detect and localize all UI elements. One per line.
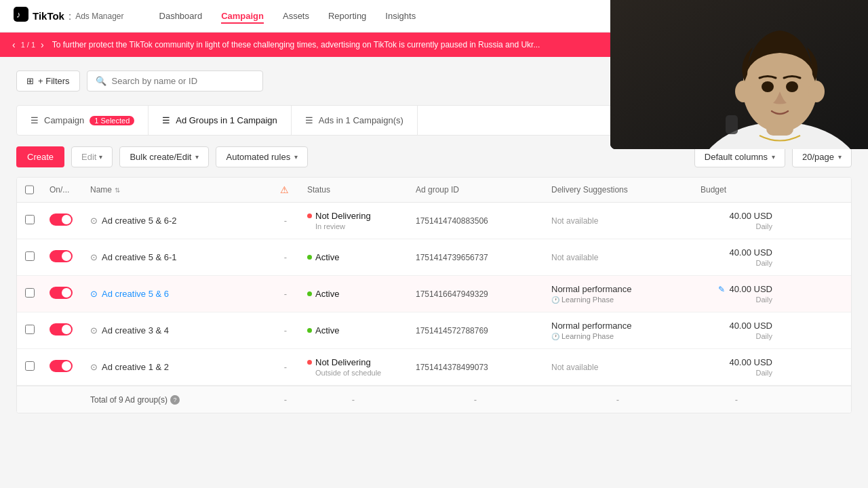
create-button[interactable]: Create <box>16 146 64 167</box>
tab-campaign-label: Campaign <box>44 115 84 125</box>
per-page-button[interactable]: 20/page ▾ <box>792 146 852 167</box>
nav-assets[interactable]: Assets <box>283 8 309 24</box>
td-checkbox-4 <box>17 325 41 336</box>
th-name[interactable]: Name ⇅ <box>82 185 272 195</box>
row5-delivery-text: Not available <box>551 363 598 372</box>
nav-reporting[interactable]: Reporting <box>328 8 366 24</box>
edit-button[interactable]: Edit ▾ <box>71 146 113 167</box>
row5-status-dot <box>307 360 312 365</box>
tab-ads[interactable]: ☰ Ads in 1 Campaign(s) <box>292 106 418 135</box>
row2-checkbox[interactable] <box>25 251 35 261</box>
select-all-checkbox[interactable] <box>25 185 34 195</box>
video-placeholder <box>610 0 868 149</box>
svg-rect-11 <box>726 115 738 134</box>
row5-status-sub: Outside of schedule <box>315 369 399 377</box>
columns-chevron-icon: ▾ <box>772 153 775 161</box>
row1-checkbox[interactable] <box>25 215 35 224</box>
td-checkbox-3 <box>17 288 41 300</box>
filter-label: + Filters <box>38 76 70 86</box>
th-adgroupid-label: Ad group ID <box>416 185 459 195</box>
tab-adgroups-label: Ad Groups in 1 Campaign <box>176 115 277 125</box>
row1-budget-period: Daily <box>756 222 772 230</box>
row2-name-icon: ⊙ <box>90 252 98 262</box>
filter-button[interactable]: ⊞ + Filters <box>16 70 80 92</box>
announcement-next-button[interactable]: › <box>39 39 45 50</box>
td-budget-3: ✎ 40.00 USD Daily <box>692 284 781 304</box>
row3-budget-edit-icon[interactable]: ✎ <box>718 285 725 294</box>
row1-name-icon: ⊙ <box>90 216 98 226</box>
table-row: ⊙ Ad creative 1 & 2 - Not Delivering Out… <box>17 349 851 386</box>
row4-status-label: Active <box>315 325 339 336</box>
nav-campaign[interactable]: Campaign <box>221 8 264 24</box>
logo-brand: ♪ <box>14 7 28 25</box>
td-id-3: 1751416647949329 <box>408 289 543 299</box>
th-toggle-label: On/... <box>50 185 69 195</box>
tab-ads-label: Ads in 1 Campaign(s) <box>319 115 403 125</box>
row5-name-icon: ⊙ <box>90 362 98 372</box>
announcement-prev-button[interactable]: ‹ <box>11 39 17 50</box>
row5-checkbox[interactable] <box>25 361 35 371</box>
warning-icon: ⚠ <box>280 184 289 195</box>
row4-checkbox[interactable] <box>25 325 35 334</box>
tab-campaign-icon: ☰ <box>31 115 39 125</box>
edit-chevron-icon: ▾ <box>99 153 102 161</box>
row1-toggle[interactable] <box>50 214 73 226</box>
data-table: On/... Name ⇅ ⚠ Status Ad group ID Deliv… <box>16 177 852 413</box>
td-name-5: ⊙ Ad creative 1 & 2 <box>82 362 272 372</box>
th-status-label: Status <box>307 185 330 195</box>
td-id-4: 1751414572788769 <box>408 326 543 336</box>
nav-items: Dashboard Campaign Assets Reporting Insi… <box>159 8 416 24</box>
row4-budget-amount: 40.00 USD <box>729 321 772 331</box>
footer-info-icon[interactable]: ? <box>170 395 180 405</box>
row1-status-sub: In review <box>315 222 399 230</box>
row4-status-dot <box>307 328 312 333</box>
th-budget: Budget <box>692 185 781 195</box>
row4-delivery-text: Normal performance <box>551 321 684 331</box>
td-status-4: Active <box>299 325 408 336</box>
edit-label: Edit <box>81 152 96 162</box>
bulk-label: Bulk create/Edit <box>130 152 191 162</box>
td-delivery-2: Not available <box>543 252 692 262</box>
row2-toggle[interactable] <box>50 250 73 262</box>
row3-name-link[interactable]: Ad creative 5 & 6 <box>102 289 169 299</box>
row3-checkbox[interactable] <box>25 288 35 298</box>
td-toggle-2 <box>41 250 82 264</box>
th-delivery: Delivery Suggestions <box>543 185 692 195</box>
row3-toggle[interactable] <box>50 287 73 299</box>
nav-insights[interactable]: Insights <box>385 8 416 24</box>
bulk-create-button[interactable]: Bulk create/Edit ▾ <box>119 146 209 167</box>
td-name-4: ⊙ Ad creative 3 & 4 <box>82 325 272 336</box>
search-input[interactable] <box>112 76 254 86</box>
row3-name-icon: ⊙ <box>90 289 98 299</box>
row5-toggle[interactable] <box>50 360 73 372</box>
td-id-2: 1751414739656737 <box>408 253 543 262</box>
row2-delivery-text: Not available <box>551 253 598 262</box>
td-delivery-4: Normal performance 🕐 Learning Phase <box>543 321 692 340</box>
actions-row: Create Edit ▾ Bulk create/Edit ▾ Automat… <box>16 146 852 167</box>
table-row: ⊙ Ad creative 5 & 6-1 - Active 175141473… <box>17 239 851 276</box>
row3-delivery-phase: Learning Phase <box>561 296 614 304</box>
row2-status-dot <box>307 255 312 260</box>
automated-rules-button[interactable]: Automated rules ▾ <box>216 146 308 167</box>
logo-text: TikTok <box>33 10 64 22</box>
announcement-text: To further protect the TikTok community … <box>52 40 540 49</box>
footer-dash-2: - <box>299 394 408 405</box>
row4-toggle[interactable] <box>50 323 73 336</box>
td-toggle-5 <box>41 360 82 374</box>
td-checkbox-2 <box>17 251 41 263</box>
table-header: On/... Name ⇅ ⚠ Status Ad group ID Deliv… <box>17 178 851 203</box>
footer-dash-4: - <box>543 394 692 405</box>
announcement-pages: 1 / 1 <box>21 41 35 49</box>
td-name-1: ⊙ Ad creative 5 & 6-2 <box>82 216 272 226</box>
default-columns-button[interactable]: Default columns ▾ <box>694 146 785 167</box>
td-toggle-4 <box>41 323 82 338</box>
clock-icon: 🕐 <box>551 296 559 304</box>
td-id-1: 1751414740883506 <box>408 216 543 226</box>
nav-dashboard[interactable]: Dashboard <box>159 8 203 24</box>
perpage-chevron-icon: ▾ <box>838 153 842 161</box>
search-box: 🔍 <box>87 70 263 92</box>
tab-adgroups-icon: ☰ <box>162 115 170 125</box>
tab-campaign[interactable]: ☰ Campaign 1 Selected <box>17 106 149 135</box>
th-warn: ⚠ <box>272 184 299 195</box>
tab-adgroups[interactable]: ☰ Ad Groups in 1 Campaign <box>149 106 292 135</box>
